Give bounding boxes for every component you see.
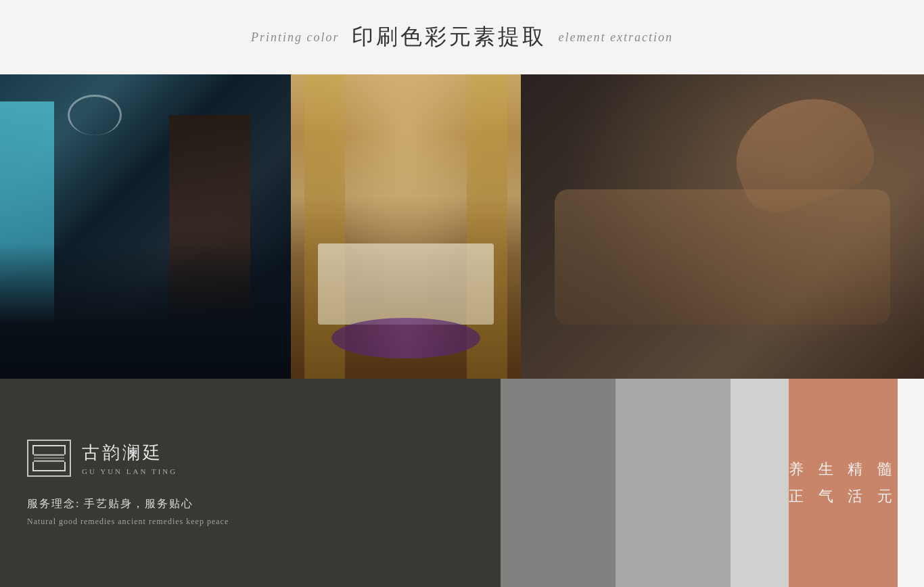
element-label: element extraction <box>559 30 673 45</box>
brand-logo-icon <box>27 440 71 477</box>
image-panel-1 <box>0 74 291 379</box>
brand-logo-area: 古韵澜廷 GU YUN LAN TING <box>27 440 473 477</box>
accent-text: 养 生 精 髓 正 气 活 元 <box>789 456 898 509</box>
image-panel-3 <box>521 74 924 379</box>
accent-line2: 正 气 活 元 <box>789 488 898 504</box>
swatch-medium-gray <box>616 379 731 587</box>
images-row <box>0 74 924 379</box>
bottom-row: 古韵澜廷 GU YUN LAN TING 服务理念: 手艺贴身，服务贴心 Nat… <box>0 379 924 587</box>
accent-panel: 养 生 精 髓 正 气 活 元 <box>789 379 898 587</box>
image-panel-2 <box>291 74 521 379</box>
header: Printing color 印刷色彩元素提取 element extracti… <box>0 0 924 74</box>
swatch-light-gray <box>731 379 789 587</box>
brand-panel: 古韵澜廷 GU YUN LAN TING 服务理念: 手艺贴身，服务贴心 Nat… <box>0 379 501 587</box>
swatch-dark-gray <box>501 379 616 587</box>
brand-pinyin: GU YUN LAN TING <box>82 467 177 475</box>
service-title: 服务理念: 手艺贴身，服务贴心 <box>27 497 473 511</box>
printing-label: Printing color <box>251 30 340 45</box>
chinese-title: 印刷色彩元素提取 <box>352 22 547 52</box>
brand-chinese-name: 古韵澜廷 <box>82 441 177 465</box>
service-subtitle: Natural good remedies ancient remedies k… <box>27 517 473 527</box>
brand-name-area: 古韵澜廷 GU YUN LAN TING <box>82 441 177 475</box>
accent-line1: 养 生 精 髓 <box>789 461 898 477</box>
color-swatches: 养 生 精 髓 正 气 活 元 <box>501 379 898 587</box>
